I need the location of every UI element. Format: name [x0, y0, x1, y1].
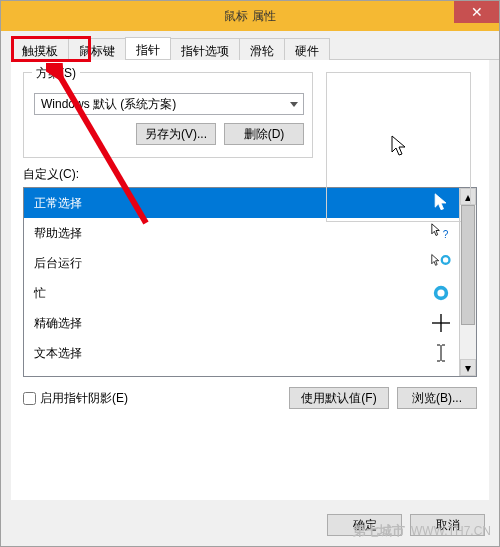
list-item[interactable]: 后台运行: [24, 248, 459, 278]
shadow-checkbox-input[interactable]: [23, 392, 36, 405]
crosshair-icon: [431, 314, 451, 332]
cursor-help-icon: ?: [431, 223, 451, 243]
delete-button[interactable]: 删除(D): [224, 123, 304, 145]
item-label: 后台运行: [34, 255, 82, 272]
watermark-brand: 第七城市: [353, 522, 405, 540]
cursor-working-icon: [431, 253, 451, 273]
svg-text:?: ?: [443, 229, 449, 240]
item-label: 帮助选择: [34, 225, 82, 242]
item-label: 文本选择: [34, 345, 82, 362]
svg-point-2: [442, 256, 450, 264]
use-default-button[interactable]: 使用默认值(F): [289, 387, 389, 409]
save-as-button[interactable]: 另存为(V)...: [136, 123, 216, 145]
item-label: 忙: [34, 285, 46, 302]
tab-content: 方案(S) Windows 默认 (系统方案) 另存为(V)... 删除(D) …: [11, 60, 489, 500]
browse-button[interactable]: 浏览(B)...: [397, 387, 477, 409]
tab-pointer-options[interactable]: 指针选项: [170, 38, 240, 60]
ibeam-icon: [431, 344, 451, 362]
busy-icon: [431, 284, 451, 302]
scheme-combobox[interactable]: Windows 默认 (系统方案): [34, 93, 304, 115]
tab-mousekeys[interactable]: 鼠标键: [68, 38, 126, 60]
svg-point-3: [436, 288, 447, 299]
list-item[interactable]: 帮助选择 ?: [24, 218, 459, 248]
scroll-thumb[interactable]: [461, 205, 475, 325]
titlebar: 鼠标 属性: [1, 1, 499, 31]
item-label: 精确选择: [34, 315, 82, 332]
list-item[interactable]: 精确选择: [24, 308, 459, 338]
tab-touchpad[interactable]: 触摸板: [11, 38, 69, 60]
tab-wheel[interactable]: 滑轮: [239, 38, 285, 60]
tab-hardware[interactable]: 硬件: [284, 38, 330, 60]
window-title: 鼠标 属性: [224, 8, 275, 25]
cursor-icon: [390, 135, 408, 159]
shadow-label: 启用指针阴影(E): [40, 390, 128, 407]
pointer-preview: [326, 72, 471, 222]
scroll-track[interactable]: [460, 205, 476, 359]
close-button[interactable]: [454, 1, 499, 23]
dialog-window: 鼠标 属性 触摸板 鼠标键 指针 指针选项 滑轮 硬件 方案(S) Window…: [0, 0, 500, 547]
scroll-down-button[interactable]: ▾: [460, 359, 476, 376]
watermark: 第七城市 WWW.TH7.CN: [353, 522, 491, 540]
list-item[interactable]: 文本选择: [24, 338, 459, 368]
list-item[interactable]: 忙: [24, 278, 459, 308]
pointer-shadow-checkbox[interactable]: 启用指针阴影(E): [23, 390, 128, 407]
listbox-scrollbar[interactable]: ▴ ▾: [459, 188, 476, 376]
scheme-label: 方案(S): [32, 65, 80, 82]
scheme-group: 方案(S) Windows 默认 (系统方案) 另存为(V)... 删除(D): [23, 72, 313, 158]
watermark-url: WWW.TH7.CN: [411, 524, 491, 538]
tab-pointers[interactable]: 指针: [125, 37, 171, 59]
item-label: 正常选择: [34, 195, 82, 212]
tab-strip: 触摸板 鼠标键 指针 指针选项 滑轮 硬件: [11, 37, 499, 60]
